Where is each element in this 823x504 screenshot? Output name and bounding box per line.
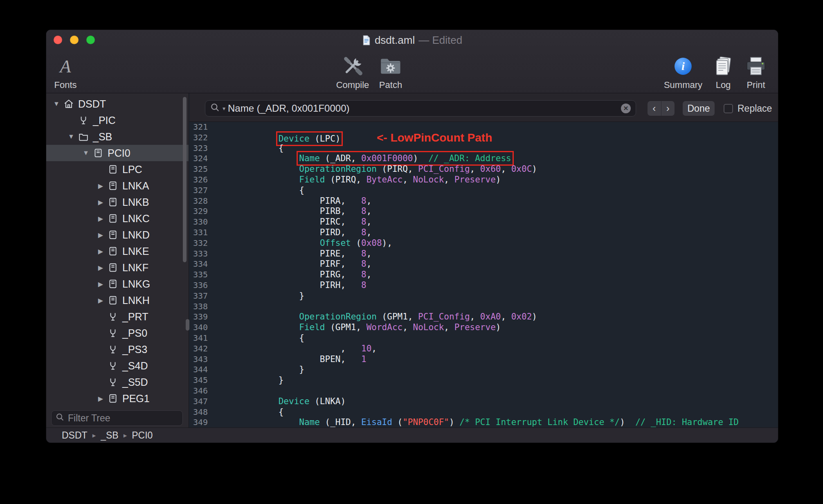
sidebar-item-_ps3[interactable]: _PS3 xyxy=(46,341,189,358)
code-line-322[interactable]: 322 Device (LPC) <- LowPinCount Path xyxy=(189,133,778,143)
code-line-344[interactable]: 344 } xyxy=(189,364,778,375)
sidebar-item-_sb[interactable]: ▼_SB xyxy=(46,128,189,145)
method-icon xyxy=(108,360,118,371)
breadcrumb-separator-icon: ▸ xyxy=(92,431,96,440)
code-line-347[interactable]: 347 Device (LNKA) xyxy=(189,396,778,407)
tree-item-label: _PRT xyxy=(122,311,148,323)
code-line-334[interactable]: 334 PIRF, 8, xyxy=(189,259,778,270)
disclosure-closed-icon[interactable]: ▶ xyxy=(94,231,108,239)
code-editor[interactable]: 321322 Device (LPC) <- LowPinCount Path3… xyxy=(189,122,778,428)
sidebar-item-_s4d[interactable]: _S4D xyxy=(46,358,189,374)
sidebar-item-lpc[interactable]: LPC xyxy=(46,161,189,178)
disclosure-open-icon[interactable]: ▼ xyxy=(49,100,63,108)
code-text: { xyxy=(214,185,304,196)
code-line-345[interactable]: 345 } xyxy=(189,375,778,386)
code-line-328[interactable]: 328 PIRA, 8, xyxy=(189,196,778,207)
line-number: 339 xyxy=(189,312,214,322)
code-segment: } xyxy=(216,375,283,385)
code-line-332[interactable]: 332 Offset (0x08), xyxy=(189,238,778,249)
line-number: 323 xyxy=(189,143,214,154)
disclosure-closed-icon[interactable]: ▶ xyxy=(94,264,108,272)
disclosure-closed-icon[interactable]: ▶ xyxy=(94,395,108,403)
disclosure-closed-icon[interactable]: ▶ xyxy=(94,280,108,288)
code-line-343[interactable]: 343 BPEN, 1 xyxy=(189,354,778,365)
sidebar-item-pci0[interactable]: ▼PCI0 xyxy=(46,145,189,161)
code-line-324[interactable]: 324 Name (_ADR, 0x001F0000) // _ADR: Add… xyxy=(189,153,778,164)
code-segment xyxy=(216,153,299,163)
code-segment: ) xyxy=(496,322,501,332)
replace-checkbox[interactable] xyxy=(724,104,733,113)
code-line-336[interactable]: 336 PIRH, 8 xyxy=(189,280,778,291)
disclosure-open-icon[interactable]: ▼ xyxy=(64,133,78,140)
code-line-342[interactable]: 342 , 10, xyxy=(189,344,778,354)
code-line-338[interactable]: 338 xyxy=(189,302,778,312)
disclosure-closed-icon[interactable]: ▶ xyxy=(94,297,108,304)
clear-search-icon[interactable]: ✕ xyxy=(621,104,631,113)
code-line-329[interactable]: 329 PIRB, 8, xyxy=(189,206,778,217)
code-line-340[interactable]: 340 Field (GPM1, WordAcc, NoLock, Preser… xyxy=(189,322,778,333)
code-line-333[interactable]: 333 PIRE, 8, xyxy=(189,249,778,259)
breadcrumb-item-pci0[interactable]: PCI0 xyxy=(132,430,153,441)
code-segment: 0xA0 xyxy=(480,312,501,322)
code-line-348[interactable]: 348 { xyxy=(189,407,778,418)
find-previous-button[interactable]: ‹ xyxy=(648,101,661,116)
code-line-346[interactable]: 346 xyxy=(189,386,778,396)
breadcrumb-item-_sb[interactable]: _SB xyxy=(101,430,118,441)
code-text: PIRC, 8, xyxy=(214,217,371,227)
line-number: 327 xyxy=(189,185,214,196)
disclosure-closed-icon[interactable]: ▶ xyxy=(94,248,108,255)
code-line-326[interactable]: 326 Field (PIRQ, ByteAcc, NoLock, Preser… xyxy=(189,175,778,185)
patch-button[interactable]: Patch xyxy=(379,53,402,90)
sidebar-item-lnkh[interactable]: ▶LNKH xyxy=(46,292,189,308)
find-next-button[interactable]: › xyxy=(661,101,675,116)
sidebar-item-_s5d[interactable]: _S5D xyxy=(46,374,189,390)
code-line-330[interactable]: 330 PIRC, 8, xyxy=(189,217,778,227)
sidebar-item-lnke[interactable]: ▶LNKE xyxy=(46,243,189,259)
code-line-325[interactable]: 325 OperationRegion (PIRQ, PCI_Config, 0… xyxy=(189,164,778,175)
fonts-icon: A xyxy=(60,56,71,77)
filter-tree-field[interactable]: Filter Tree xyxy=(51,410,183,426)
sidebar-item-_pic[interactable]: _PIC xyxy=(46,112,189,128)
code-line-341[interactable]: 341 { xyxy=(189,333,778,344)
code-line-327[interactable]: 327 { xyxy=(189,185,778,196)
sidebar-item-_ps0[interactable]: _PS0 xyxy=(46,325,189,341)
sidebar-scrollbar-thumb[interactable] xyxy=(183,97,187,262)
search-menu-caret-icon[interactable]: ▾ xyxy=(223,105,225,112)
sidebar-item-lnka[interactable]: ▶LNKA xyxy=(46,178,189,194)
sidebar-item-lnkc[interactable]: ▶LNKC xyxy=(46,210,189,227)
code-segment: , xyxy=(367,196,372,206)
code-segment: , xyxy=(367,217,372,227)
code-segment: ) xyxy=(620,417,635,427)
line-number: 321 xyxy=(189,122,214,133)
disclosure-closed-icon[interactable]: ▶ xyxy=(94,182,108,190)
disclosure-closed-icon[interactable]: ▶ xyxy=(94,198,108,206)
log-button[interactable]: Log xyxy=(713,53,733,90)
disclosure-closed-icon[interactable]: ▶ xyxy=(94,215,108,223)
sidebar-item-dsdt[interactable]: ▼DSDT xyxy=(46,96,189,112)
print-button[interactable]: Print xyxy=(745,53,767,90)
code-line-349[interactable]: 349 Name (_HID, EisaId ("PNP0C0F") /* PC… xyxy=(189,417,778,428)
sidebar-item-_prt[interactable]: _PRT xyxy=(46,308,189,325)
pane-splitter-handle[interactable] xyxy=(186,319,189,331)
code-line-337[interactable]: 337 } xyxy=(189,291,778,302)
done-button[interactable]: Done xyxy=(683,101,715,116)
disclosure-open-icon[interactable]: ▼ xyxy=(79,149,93,157)
summary-button[interactable]: i Summary xyxy=(664,53,702,90)
sidebar-item-lnkf[interactable]: ▶LNKF xyxy=(46,259,189,276)
code-line-335[interactable]: 335 PIRG, 8, xyxy=(189,270,778,280)
tree-item-label: LNKE xyxy=(122,245,149,257)
sidebar-item-lnkg[interactable]: ▶LNKG xyxy=(46,276,189,292)
code-segment: 8 xyxy=(361,280,367,290)
code-line-339[interactable]: 339 OperationRegion (GPM1, PCI_Config, 0… xyxy=(189,312,778,322)
breadcrumb-item-dsdt[interactable]: DSDT xyxy=(62,430,88,441)
find-input[interactable]: ▾ Name (_ADR, 0x001F0000) ✕ xyxy=(205,100,636,117)
code-line-331[interactable]: 331 PIRD, 8, xyxy=(189,227,778,238)
compile-button[interactable]: Compile xyxy=(336,53,369,90)
code-segment: } xyxy=(216,364,304,374)
sidebar-item-lnkd[interactable]: ▶LNKD xyxy=(46,227,189,243)
sidebar-item-peg1[interactable]: ▶PEG1 xyxy=(46,390,189,407)
sidebar-item-lnkb[interactable]: ▶LNKB xyxy=(46,194,189,210)
fonts-button[interactable]: A Fonts xyxy=(54,53,76,90)
code-text: PIRB, 8, xyxy=(214,206,371,217)
code-line-323[interactable]: 323 { xyxy=(189,143,778,154)
